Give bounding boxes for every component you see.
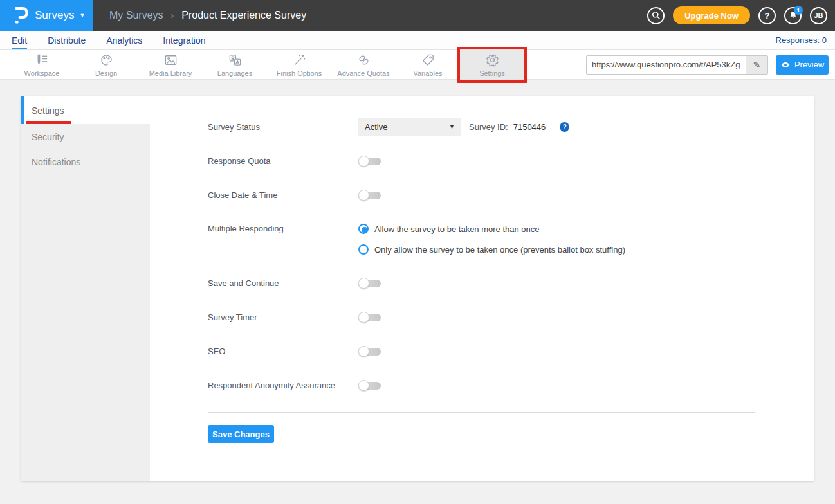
advance-quotas-icon	[356, 53, 371, 68]
close-date-time-row: Close Date & Time	[208, 188, 776, 202]
radio-selected-icon[interactable]	[358, 224, 369, 234]
sidebar-item-notifications[interactable]: Notifications	[21, 149, 150, 174]
avatar-initials: JB	[814, 12, 823, 19]
search-button[interactable]	[647, 7, 665, 24]
toolbar-item-workspace[interactable]: Workspace	[10, 50, 74, 79]
radio-option-multiple-allowed[interactable]: Allow the survey to be taken more than o…	[358, 222, 625, 236]
notification-badge: 1	[794, 6, 803, 15]
header-actions: Upgrade Now ? 1 JB	[647, 6, 835, 24]
survey-id-label: Survey ID:	[469, 122, 508, 132]
breadcrumb-separator-icon: ›	[171, 10, 174, 21]
survey-id-block: Survey ID: 7150446 ?	[469, 122, 569, 132]
settings-form: Survey Status Active ▼ Survey ID: 715044…	[150, 96, 814, 481]
multiple-responding-options: Allow the survey to be taken more than o…	[358, 222, 625, 256]
question-mark-icon: ?	[765, 11, 770, 21]
survey-status-label: Survey Status	[208, 122, 358, 132]
toolbar-item-variables[interactable]: Variables	[396, 50, 460, 79]
sidebar-rest: Security Notifications	[21, 124, 150, 481]
toolbar-items: Workspace Design Media Library	[10, 50, 524, 79]
settings-panel: Settings Security Notifications Survey S…	[21, 96, 814, 481]
survey-timer-row: Survey Timer	[208, 310, 776, 324]
product-name: Surveys	[35, 9, 74, 22]
survey-url-input[interactable]	[587, 56, 746, 74]
survey-status-value: Active	[365, 122, 387, 132]
share-url-group: ✎	[586, 55, 768, 75]
chevron-down-icon: ▼	[79, 12, 85, 19]
responses-count: Responses: 0	[776, 35, 827, 45]
toolbar-item-design[interactable]: Design	[74, 50, 138, 79]
active-indicator-bar	[21, 96, 24, 124]
survey-id-help-icon[interactable]: ?	[560, 122, 569, 132]
media-library-icon	[163, 53, 178, 68]
finish-options-icon	[292, 53, 307, 68]
tab-analytics[interactable]: Analytics	[106, 31, 142, 50]
search-icon	[651, 10, 661, 21]
edit-toolbar: Workspace Design Media Library	[0, 50, 835, 80]
multiple-responding-label: Multiple Responding	[208, 224, 358, 233]
multiple-responding-row: Multiple Responding Allow the survey to …	[208, 222, 776, 256]
sidebar-item-settings[interactable]: Settings	[21, 96, 150, 124]
eye-icon	[780, 60, 791, 70]
breadcrumb-current-survey: Product Experience Survey	[181, 10, 306, 21]
edit-url-button[interactable]: ✎	[746, 56, 767, 74]
seo-toggle[interactable]	[358, 346, 381, 357]
respondent-anonymity-toggle[interactable]	[358, 380, 381, 391]
toolbar-item-media-library[interactable]: Media Library	[138, 50, 203, 79]
toolbar-item-advance-quotas[interactable]: Advance Quotas	[331, 50, 396, 79]
notifications-button[interactable]: 1	[784, 7, 802, 24]
radio-option-once-only[interactable]: Only allow the survey to be taken once (…	[358, 242, 625, 256]
radio-unselected-icon[interactable]	[358, 244, 369, 255]
toolbar-item-finish-options[interactable]: Finish Options	[267, 50, 331, 79]
toolbar-right: ✎ Preview	[586, 55, 835, 75]
survey-nav-row: Edit Distribute Analytics Integration Re…	[0, 31, 835, 50]
survey-nav-tabs: Edit Distribute Analytics Integration	[12, 31, 205, 50]
design-icon	[99, 53, 114, 68]
breadcrumb-my-surveys[interactable]: My Surveys	[109, 10, 163, 21]
top-header: Surveys ▼ My Surveys › Product Experienc…	[0, 0, 835, 31]
seo-row: SEO	[208, 344, 776, 358]
sidebar-item-security[interactable]: Security	[21, 124, 150, 149]
settings-sidebar: Settings Security Notifications	[21, 96, 150, 481]
questionpro-logo-icon	[14, 6, 28, 25]
breadcrumb: My Surveys › Product Experience Survey	[93, 10, 306, 21]
response-quota-toggle[interactable]	[358, 156, 381, 166]
settings-gear-icon	[485, 53, 500, 68]
respondent-anonymity-row: Respondent Anonymity Assurance	[208, 378, 776, 392]
upgrade-now-button[interactable]: Upgrade Now	[673, 6, 750, 24]
save-and-continue-row: Save and Continue	[208, 276, 776, 290]
survey-id-value: 7150446	[513, 122, 546, 132]
languages-icon	[228, 53, 243, 68]
variables-icon	[421, 53, 436, 68]
preview-button[interactable]: Preview	[776, 55, 829, 75]
toolbar-item-languages[interactable]: Languages	[203, 50, 267, 79]
help-button[interactable]: ?	[758, 7, 776, 24]
user-avatar[interactable]: JB	[810, 7, 827, 24]
tab-distribute[interactable]: Distribute	[48, 31, 86, 50]
form-divider	[208, 412, 755, 413]
dropdown-caret-icon: ▼	[449, 123, 455, 130]
survey-status-dropdown[interactable]: Active ▼	[358, 118, 461, 136]
product-switcher[interactable]: Surveys ▼	[0, 0, 93, 31]
save-changes-button[interactable]: Save Changes	[208, 425, 274, 443]
toolbar-item-settings[interactable]: Settings	[460, 50, 524, 79]
save-and-continue-toggle[interactable]	[358, 278, 381, 289]
tab-edit[interactable]: Edit	[12, 31, 27, 50]
tab-integration[interactable]: Integration	[163, 31, 205, 50]
pencil-icon: ✎	[753, 60, 761, 70]
app-screen: Surveys ▼ My Surveys › Product Experienc…	[0, 0, 835, 504]
survey-status-row: Survey Status Active ▼ Survey ID: 715044…	[208, 120, 776, 134]
response-quota-row: Response Quota	[208, 154, 776, 168]
workspace-icon	[35, 53, 50, 68]
survey-timer-toggle[interactable]	[358, 312, 381, 323]
close-date-time-toggle[interactable]	[358, 190, 381, 201]
